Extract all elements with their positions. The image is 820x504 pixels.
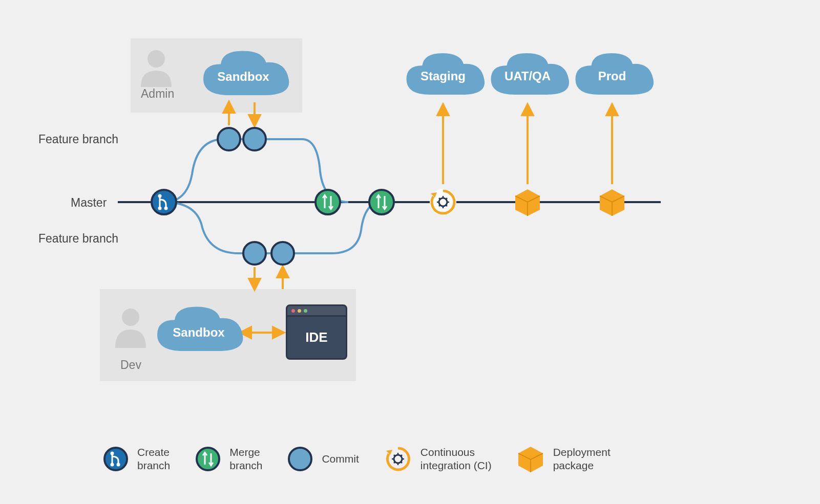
ci-node: [430, 189, 456, 215]
svg-point-11: [152, 190, 176, 214]
svg-line-39: [401, 462, 402, 463]
merge-branch-node-1: [316, 190, 340, 214]
legend-commit: Commit: [287, 446, 359, 472]
legend-deployment: Deployment package: [516, 445, 611, 473]
commit-node-bottom-1: [243, 242, 266, 265]
deployment-package-prod: [600, 189, 624, 216]
commit-node-top-1: [218, 128, 240, 150]
ide-window: IDE: [286, 304, 347, 360]
legend: Create branch Merge branch Commit: [102, 445, 611, 473]
svg-point-17: [430, 189, 456, 215]
cloud-admin-sandbox-label: Sandbox: [217, 70, 269, 83]
svg-line-23: [439, 198, 440, 199]
svg-point-14: [164, 207, 168, 210]
svg-point-15: [316, 190, 340, 214]
svg-line-40: [394, 462, 395, 463]
legend-create-branch-label: Create branch: [137, 446, 170, 473]
merge-branch-node-2: [369, 190, 394, 214]
deployment-package-uat: [515, 189, 540, 216]
svg-point-29: [111, 463, 114, 467]
diagram-canvas: Feature branch Master Feature branch Adm…: [0, 0, 820, 504]
diagram-svg: Sandbox Sandbox Staging UAT/QA Prod: [0, 0, 820, 504]
legend-merge-branch-label: Merge branch: [229, 446, 262, 473]
cloud-prod-label: Prod: [598, 69, 626, 83]
create-branch-node: [152, 190, 176, 214]
svg-point-27: [104, 448, 127, 470]
svg-point-33: [394, 455, 402, 463]
dev-user-icon: [115, 309, 146, 348]
cloud-dev-sandbox-label: Sandbox: [173, 325, 225, 339]
svg-line-25: [439, 205, 440, 206]
cloud-uat-label: UAT/QA: [504, 69, 551, 83]
svg-point-28: [111, 452, 114, 455]
svg-point-13: [158, 207, 162, 210]
ide-label: IDE: [305, 330, 327, 345]
svg-line-38: [394, 455, 395, 456]
svg-point-31: [197, 448, 219, 470]
admin-user-icon: [141, 50, 172, 87]
cloud-staging-label: Staging: [420, 69, 466, 83]
legend-ci-label: Continuous integration (CI): [420, 446, 492, 473]
svg-point-32: [289, 448, 311, 470]
legend-merge-branch: Merge branch: [195, 446, 262, 473]
svg-line-41: [401, 455, 402, 456]
commit-node-bottom-2: [271, 242, 294, 265]
svg-point-12: [158, 194, 162, 198]
legend-deployment-label: Deployment package: [553, 446, 611, 473]
svg-line-26: [446, 198, 447, 199]
legend-ci: Continuous integration (CI): [384, 445, 492, 473]
svg-point-10: [122, 309, 139, 326]
commit-node-top-2: [243, 128, 266, 150]
svg-point-9: [148, 50, 165, 68]
svg-point-30: [117, 463, 120, 467]
legend-commit-label: Commit: [322, 452, 359, 466]
svg-line-24: [446, 205, 447, 206]
legend-create-branch: Create branch: [102, 446, 170, 473]
svg-point-16: [369, 190, 394, 214]
